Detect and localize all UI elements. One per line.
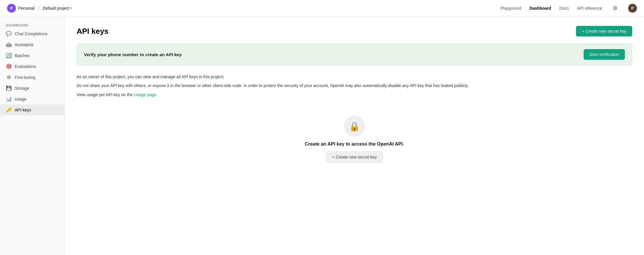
nav-api-reference[interactable]: API reference <box>577 6 602 11</box>
sidebar-label-chat-completions: Chat Completions <box>15 31 47 36</box>
storage-icon: 💾 <box>6 85 12 91</box>
verification-banner: Verify your phone number to create an AP… <box>77 44 632 65</box>
workspace-avatar[interactable]: P <box>7 4 16 13</box>
main-content: API keys + Create new secret key Verify … <box>65 16 644 255</box>
verify-banner-text: Verify your phone number to create an AP… <box>84 52 182 57</box>
page-title: API keys <box>77 27 108 36</box>
settings-button[interactable]: ⚙ <box>610 4 620 13</box>
sidebar-label-evaluations: Evaluations <box>15 64 36 69</box>
fine-tuning-icon: ⚙ <box>6 74 12 80</box>
sidebar: Dashboard 💬 Chat Completions 🤖 Assistant… <box>0 16 65 255</box>
sidebar-item-fine-tuning[interactable]: ⚙ Fine-tuning <box>0 72 64 83</box>
sidebar-item-batches[interactable]: 🔄 Batches <box>0 50 64 61</box>
nav-dashboard[interactable]: Dashboard <box>529 6 551 11</box>
sidebar-item-storage[interactable]: 💾 Storage <box>0 83 64 94</box>
project-name[interactable]: Default project ▾ <box>43 6 72 11</box>
usage-page-link[interactable]: Usage page <box>134 92 156 97</box>
chevron-down-icon: ▾ <box>70 6 72 10</box>
sidebar-item-evaluations[interactable]: 🎯 Evaluations <box>0 61 64 72</box>
page-header: API keys + Create new secret key <box>77 26 632 36</box>
chat-completions-icon: 💬 <box>6 31 12 36</box>
sidebar-section-label: Dashboard <box>0 21 64 28</box>
description-1: As an owner of this project, you can vie… <box>77 74 632 80</box>
top-nav-links: Playground Dashboard Docs API reference … <box>501 4 637 13</box>
create-secret-key-button[interactable]: + Create new secret key <box>576 26 632 36</box>
sidebar-item-api-keys[interactable]: 🔑 API keys <box>0 104 64 115</box>
empty-state-title: Create an API key to access the OpenAI A… <box>305 141 404 147</box>
usage-icon: 📊 <box>6 96 12 102</box>
user-avatar[interactable]: P <box>628 4 637 13</box>
description-3: View usage per API key on the Usage page… <box>77 91 632 98</box>
empty-state: 🔒 Create an API key to access the OpenAI… <box>77 116 632 163</box>
evaluations-icon: 🎯 <box>6 64 12 69</box>
lock-icon: 🔒 <box>344 116 365 137</box>
sidebar-label-usage: Usage <box>15 97 27 101</box>
assistants-icon: 🤖 <box>6 42 12 47</box>
sidebar-label-batches: Batches <box>15 53 30 58</box>
sidebar-item-usage[interactable]: 📊 Usage <box>0 94 64 104</box>
start-verification-button[interactable]: Start verification <box>584 49 625 60</box>
sidebar-label-assistants: Assistants <box>15 42 34 47</box>
sidebar-label-api-keys: API keys <box>15 108 31 112</box>
description-2: Do not share your API key with others, o… <box>77 82 632 89</box>
nav-docs[interactable]: Docs <box>559 6 569 11</box>
breadcrumb: P Personal / Default project ▾ <box>7 4 72 13</box>
sidebar-item-chat-completions[interactable]: 💬 Chat Completions <box>0 28 64 39</box>
batches-icon: 🔄 <box>6 53 12 58</box>
api-keys-icon: 🔑 <box>6 107 12 113</box>
app-layout: Dashboard 💬 Chat Completions 🤖 Assistant… <box>0 16 644 255</box>
breadcrumb-separator: / <box>38 6 39 11</box>
sidebar-label-storage: Storage <box>15 86 29 91</box>
top-navigation: P Personal / Default project ▾ Playgroun… <box>0 0 644 16</box>
sidebar-item-assistants[interactable]: 🤖 Assistants <box>0 39 64 50</box>
empty-create-secret-key-button[interactable]: + Create new secret key <box>326 151 383 163</box>
workspace-name[interactable]: Personal <box>18 6 34 11</box>
sidebar-label-fine-tuning: Fine-tuning <box>15 75 35 80</box>
nav-playground[interactable]: Playground <box>501 6 522 11</box>
